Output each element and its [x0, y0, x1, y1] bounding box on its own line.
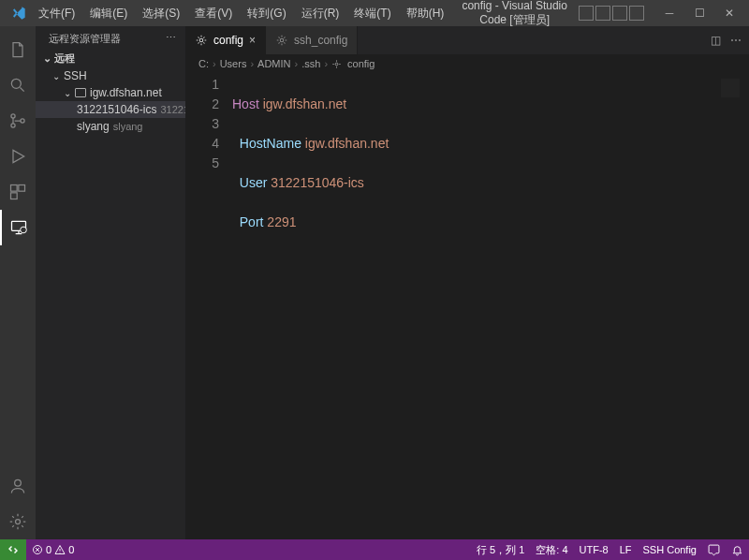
- breadcrumb-item[interactable]: Users: [220, 58, 247, 69]
- menu-view[interactable]: 查看(V): [188, 2, 239, 25]
- explorer-icon[interactable]: [0, 32, 36, 67]
- layout-bottom-icon[interactable]: [595, 6, 610, 21]
- code-editor[interactable]: 12345 Host igw.dfshan.net HostName igw.d…: [185, 73, 749, 539]
- sidebar-section-remote[interactable]: ⌄ 远程: [36, 50, 185, 67]
- maximize-button[interactable]: ☐: [685, 4, 713, 22]
- close-icon[interactable]: ×: [249, 34, 256, 47]
- svg-point-1: [11, 114, 15, 118]
- sidebar-title: 远程资源管理器: [49, 32, 121, 46]
- svg-point-3: [21, 119, 24, 123]
- tree-item-connection-2[interactable]: slyang slyang: [36, 118, 185, 135]
- tree-label: 3122151046-ics: [77, 103, 156, 116]
- chevron-down-icon: ⌄: [64, 88, 75, 98]
- gear-icon: [195, 34, 208, 47]
- monitor-icon: [75, 88, 86, 97]
- remote-indicator[interactable]: [0, 539, 26, 560]
- eol[interactable]: LF: [614, 539, 638, 560]
- tab-label: config: [213, 34, 243, 47]
- encoding[interactable]: UTF-8: [574, 539, 614, 560]
- warnings-count: 0: [68, 544, 74, 555]
- svg-point-8: [21, 227, 27, 233]
- tree-item-connection-1[interactable]: 3122151046-ics 3122151... → ⧉: [36, 101, 185, 118]
- window-title: config - Visual Studio Code [管理员]: [450, 0, 579, 28]
- close-button[interactable]: ✕: [715, 4, 743, 22]
- svg-point-11: [199, 38, 203, 42]
- extensions-icon[interactable]: [0, 174, 36, 210]
- sidebar: 远程资源管理器 ⋯ ⌄ 远程 ⌄ SSH ⌄ igw.dfshan.net 31…: [36, 26, 185, 539]
- tab-ssh-config[interactable]: ssh_config: [266, 26, 358, 54]
- feedback-icon[interactable]: [702, 539, 726, 560]
- layout-custom-icon[interactable]: [629, 6, 644, 21]
- cursor-position[interactable]: 行 5，列 1: [471, 539, 530, 560]
- tree-item-ssh[interactable]: ⌄ SSH: [36, 67, 185, 84]
- language-mode[interactable]: SSH Config: [638, 539, 702, 560]
- chevron-down-icon: ⌄: [52, 71, 64, 81]
- run-debug-icon[interactable]: [0, 139, 36, 174]
- menu-goto[interactable]: 转到(G): [241, 2, 292, 25]
- svg-point-9: [15, 479, 22, 486]
- svg-rect-5: [19, 185, 25, 192]
- search-icon[interactable]: [0, 67, 36, 103]
- tab-config[interactable]: config ×: [185, 26, 266, 54]
- code-content: Host igw.dfshan.net HostName igw.dfshan.…: [232, 73, 389, 539]
- status-bar: 0 0 行 5，列 1 空格: 4 UTF-8 LF SSH Config: [0, 539, 749, 560]
- remote-explorer-icon[interactable]: [0, 210, 36, 245]
- breadcrumb-item[interactable]: config: [347, 58, 374, 69]
- minimize-button[interactable]: ─: [655, 4, 683, 22]
- chevron-down-icon: ⌄: [43, 52, 54, 65]
- settings-gear-icon[interactable]: [0, 504, 36, 539]
- sidebar-section-label: 远程: [54, 52, 75, 66]
- svg-point-0: [11, 79, 21, 88]
- menu-bar: 文件(F) 编辑(E) 选择(S) 查看(V) 转到(G) 运行(R) 终端(T…: [32, 2, 450, 25]
- svg-point-2: [11, 124, 15, 127]
- minimap[interactable]: [721, 79, 740, 97]
- tree-label: slyang: [77, 120, 110, 133]
- layout-right-icon[interactable]: [612, 6, 627, 21]
- breadcrumbs: C:› Users› ADMIN› .ssh› config: [185, 54, 749, 73]
- tree-label: SSH: [64, 69, 87, 82]
- svg-rect-6: [11, 193, 18, 199]
- tree-dim: 3122151...: [160, 104, 185, 115]
- more-actions-icon[interactable]: ⋯: [730, 34, 742, 47]
- breadcrumb-item[interactable]: ADMIN: [257, 58, 290, 69]
- menu-terminal[interactable]: 终端(T): [347, 2, 397, 25]
- breadcrumb-item[interactable]: C:: [198, 58, 209, 69]
- tree-label: igw.dfshan.net: [90, 86, 162, 99]
- menu-edit[interactable]: 编辑(E): [83, 2, 134, 25]
- gear-icon: [275, 34, 288, 47]
- source-control-icon[interactable]: [0, 103, 36, 139]
- menu-run[interactable]: 运行(R): [295, 2, 346, 25]
- tree-dim: slyang: [113, 121, 143, 132]
- svg-point-13: [335, 63, 338, 66]
- indentation[interactable]: 空格: 4: [530, 539, 573, 560]
- menu-help[interactable]: 帮助(H): [400, 2, 451, 25]
- editor-tabs: config × ssh_config ◫ ⋯: [185, 26, 749, 54]
- notifications-icon[interactable]: [726, 539, 749, 560]
- layout-left-icon[interactable]: [579, 6, 594, 21]
- vscode-logo-icon: [11, 6, 26, 21]
- gear-icon: [331, 59, 342, 69]
- errors-count: 0: [46, 544, 51, 555]
- svg-point-12: [280, 38, 284, 42]
- tab-label: ssh_config: [294, 34, 347, 47]
- svg-rect-4: [11, 185, 18, 192]
- split-editor-icon[interactable]: ◫: [711, 34, 721, 47]
- activity-bar: [0, 26, 36, 539]
- sidebar-more-icon[interactable]: ⋯: [166, 32, 176, 46]
- menu-select[interactable]: 选择(S): [136, 2, 186, 25]
- svg-point-10: [16, 520, 21, 524]
- problems-indicator[interactable]: 0 0: [26, 539, 80, 560]
- breadcrumb-item[interactable]: .ssh: [301, 58, 320, 69]
- line-numbers: 12345: [185, 73, 232, 539]
- accounts-icon[interactable]: [0, 468, 36, 504]
- tree-item-host[interactable]: ⌄ igw.dfshan.net: [36, 84, 185, 101]
- menu-file[interactable]: 文件(F): [32, 2, 81, 25]
